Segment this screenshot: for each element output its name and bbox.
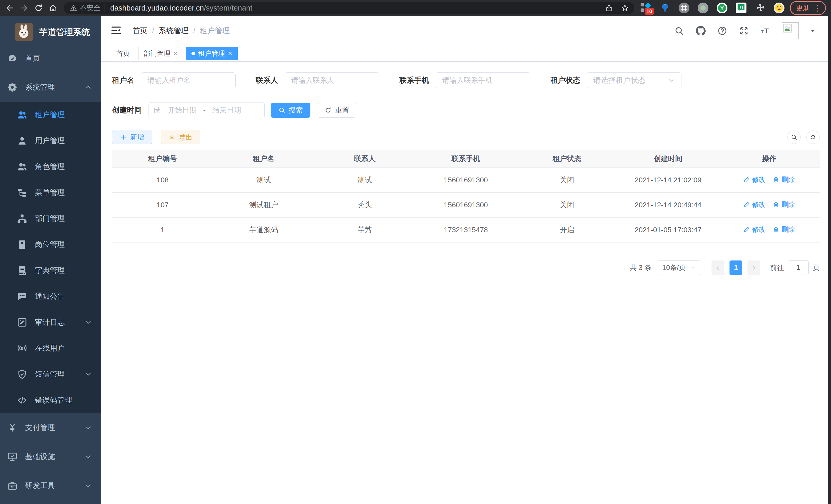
table-row: 107测试租户秃头15601691300关闭2021-12-14 20:49:4… — [112, 192, 820, 217]
topbar: 首页/系统管理/租户管理 TT — [101, 16, 831, 46]
app-logo-row[interactable]: 芋道管理系统 — [0, 16, 101, 44]
goto-page-input[interactable] — [788, 261, 809, 275]
help-icon[interactable] — [717, 25, 728, 36]
contact-input[interactable] — [285, 72, 379, 88]
end-date-input[interactable] — [207, 106, 246, 114]
home-button[interactable] — [46, 1, 60, 15]
tenant-name-label: 租户名 — [112, 75, 134, 86]
user-avatar[interactable] — [782, 22, 799, 39]
cell-name: 芋道源码 — [213, 217, 314, 242]
delete-row-button[interactable]: 删除 — [773, 175, 795, 184]
fullscreen-icon[interactable] — [739, 25, 749, 36]
export-button[interactable]: 导出 — [161, 130, 200, 144]
code-icon — [17, 395, 27, 405]
avatar-dropdown-caret-icon[interactable] — [809, 28, 816, 34]
forward-button[interactable] — [17, 1, 31, 15]
reload-button[interactable] — [31, 1, 46, 15]
bookmark-star-icon[interactable] — [621, 4, 629, 12]
breadcrumb-item[interactable]: 首页 — [133, 26, 147, 36]
show-search-toggle-button[interactable] — [787, 130, 801, 144]
url-text[interactable]: dashboard.yudao.iocoder.cn/system/tenant — [110, 4, 600, 12]
tenant-table: 租户编号租户名联系人联系手机租户状态创建时间操作 108测试测试15601691… — [112, 150, 820, 242]
pencil-icon — [743, 226, 750, 233]
sidebar-item-system[interactable]: 系统管理 — [0, 73, 101, 102]
prev-page-button[interactable] — [712, 261, 724, 275]
edit-row-button[interactable]: 修改 — [743, 225, 766, 234]
share-icon[interactable] — [605, 4, 613, 12]
reset-button[interactable]: 重置 — [318, 103, 356, 118]
search-icon[interactable] — [674, 25, 685, 36]
sidebar-item-tenant[interactable]: 租户管理 — [0, 102, 101, 128]
sidebar-item-dict[interactable]: 字典管理 — [0, 258, 101, 283]
emoji-extension-icon[interactable] — [773, 2, 785, 13]
chevron-down-icon — [84, 452, 92, 461]
delete-row-button[interactable]: 删除 — [773, 200, 795, 209]
table-row: 1芋道源码芋艿17321315478开启2021-01-05 17:03:47修… — [112, 217, 820, 242]
tab-tenant[interactable]: 租户管理× — [186, 47, 237, 60]
edit-row-button[interactable]: 修改 — [743, 200, 766, 209]
sidebar-item-devtool[interactable]: 研发工具 — [0, 471, 101, 500]
close-icon[interactable]: × — [173, 50, 177, 57]
pencil-icon — [743, 176, 750, 183]
sidebar-collapse-icon[interactable] — [111, 25, 123, 37]
close-icon[interactable]: × — [228, 50, 232, 57]
breadcrumb-item[interactable]: 系统管理 — [159, 26, 189, 36]
sidebar-item-home[interactable]: 首页 — [0, 44, 101, 73]
sidebar-item-audit-log[interactable]: 审计日志 — [0, 309, 101, 335]
address-bar-divider — [105, 4, 105, 12]
create-time-range-picker[interactable]: - — [148, 102, 265, 118]
delete-row-button[interactable]: 删除 — [773, 225, 795, 234]
github-icon[interactable] — [695, 25, 706, 36]
chat-extension-icon[interactable] — [736, 2, 747, 13]
page-number-button[interactable]: 1 — [729, 261, 742, 275]
tenant-status-select[interactable]: 请选择租户状态 — [587, 72, 682, 88]
sidebar-item-infra[interactable]: 基础设施 — [0, 442, 101, 471]
breadcrumb-separator: / — [193, 26, 195, 35]
gear-icon — [7, 82, 18, 92]
sidebar-item-role[interactable]: 角色管理 — [0, 154, 101, 180]
shield-icon — [17, 369, 27, 379]
tenant-name-input[interactable] — [141, 72, 236, 88]
filter-row-2: 创建时间 - 搜索 重置 — [112, 102, 820, 118]
command-extension-icon[interactable] — [678, 2, 690, 13]
mobile-label: 联系手机 — [399, 75, 429, 86]
puzzle-extension-icon[interactable] — [754, 2, 766, 13]
page-size-select[interactable]: 10条/页 — [657, 261, 701, 275]
chevron-down-icon — [84, 318, 92, 327]
balloon-extension-icon[interactable] — [659, 2, 671, 13]
sidebar-item-menu[interactable]: 菜单管理 — [0, 180, 101, 206]
mobile-input[interactable] — [436, 72, 531, 88]
browser-menu-dots-icon[interactable]: ⋮ — [814, 4, 822, 12]
start-date-input[interactable] — [163, 106, 202, 114]
sidebar-item-post[interactable]: 岗位管理 — [0, 232, 101, 258]
not-secure-warning-icon[interactable] — [70, 4, 77, 11]
edit-row-button[interactable]: 修改 — [743, 175, 766, 184]
sidebar-item-notice[interactable]: 通知公告 — [0, 283, 101, 309]
address-bar[interactable]: 不安全 dashboard.yudao.iocoder.cn/system/te… — [64, 2, 634, 14]
font-size-icon[interactable]: TT — [760, 25, 771, 36]
cell-status: 关闭 — [516, 168, 618, 192]
app-title: 芋道管理系统 — [39, 26, 90, 38]
svg-text:T: T — [761, 29, 764, 34]
refresh-table-button[interactable] — [806, 130, 820, 144]
security-label[interactable]: 不安全 — [80, 3, 101, 12]
book-icon — [17, 265, 27, 276]
sidebar-item-dept[interactable]: 部门管理 — [0, 206, 101, 232]
back-button[interactable] — [3, 1, 17, 15]
window-scrollbar-track[interactable] — [828, 0, 831, 504]
sidebar-item-error-code[interactable]: 错误码管理 — [0, 387, 101, 413]
pinned-extension-icon[interactable]: 10 — [640, 2, 652, 13]
next-page-button[interactable] — [747, 261, 760, 275]
sidebar-item-user[interactable]: 用户管理 — [0, 128, 101, 154]
breadcrumb: 首页/系统管理/租户管理 — [133, 26, 230, 36]
sidebar-item-pay[interactable]: 支付管理 — [0, 413, 101, 442]
tab-dept[interactable]: 部门管理× — [138, 47, 183, 60]
add-button[interactable]: 新增 — [112, 130, 152, 144]
sidebar-item-sms[interactable]: 短信管理 — [0, 361, 101, 387]
browser-update-button[interactable]: 更新 ⋮ — [790, 1, 826, 15]
yudao-extension-icon[interactable]: Y — [716, 2, 728, 13]
search-button[interactable]: 搜索 — [271, 103, 310, 118]
sidebar-item-online-user[interactable]: 在线用户 — [0, 335, 101, 361]
record-extension-icon[interactable] — [697, 2, 709, 13]
tab-home[interactable]: 首页 — [111, 47, 135, 60]
